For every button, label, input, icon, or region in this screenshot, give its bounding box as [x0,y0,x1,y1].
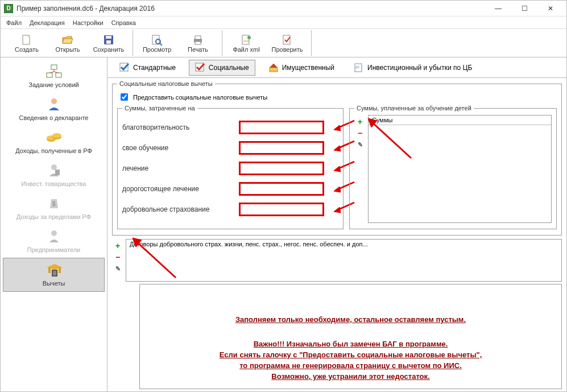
create-button[interactable]: Создать [6,30,47,56]
close-button[interactable]: ✕ [538,3,563,14]
svg-point-26 [51,164,57,170]
svg-text:20: 20 [355,65,359,69]
print-button[interactable]: Печать [177,30,218,56]
menu-file[interactable]: Файл [6,19,22,26]
window-title: Пример заполнения.dc6 - Декларация 2016 [16,5,486,13]
voluntary-insurance-label: добровольное страхование [122,205,239,213]
svg-rect-15 [51,65,57,69]
sidebar-income-rf[interactable]: Доходы, полученные в РФ [1,126,107,159]
remove-contract-button[interactable]: − [113,253,122,262]
add-child-sum-button[interactable]: + [355,117,365,126]
sidebar-invest[interactable]: Инвест. товарищества [1,159,107,192]
check-button[interactable]: Проверить [267,30,308,56]
sidebar-declarant[interactable]: Сведения о декларанте [1,93,107,126]
voluntary-insurance-input[interactable] [239,203,324,216]
invest-icon [45,162,63,178]
expensive-treatment-input[interactable] [239,182,324,196]
body-area: Задание условий Сведения о декларанте До… [1,57,566,391]
tab-investment[interactable]: 20 Инвестиционный и убытки по ЦБ [347,60,478,76]
coins-icon [45,129,63,145]
svg-marker-45 [334,187,341,192]
contracts-section: + − ✎ Договоры добровольного страх. жизн… [112,239,562,389]
magnifier-doc-icon [150,34,164,46]
social-deductions-group: Социальные налоговые вычеты Предоставить… [112,80,562,236]
edit-child-sum-button[interactable]: ✎ [355,140,365,149]
titlebar: D Пример заполнения.dc6 - Декларация 201… [1,1,566,16]
svg-rect-32 [48,267,51,273]
note-line-5: Возможно, уже устранили этот недостаток. [157,372,544,381]
menubar: Файл Декларация Настройки Справка [1,16,566,29]
treatment-input[interactable] [239,162,324,175]
add-contract-button[interactable]: + [113,241,122,250]
main-area: Стандартные Социальные Имущественный [107,57,566,391]
svg-point-29 [51,230,57,236]
person-icon [45,96,63,112]
menu-declaration[interactable]: Декларация [30,19,65,26]
conditions-icon [45,63,63,79]
svg-rect-1 [28,35,30,38]
tab-property[interactable]: Имущественный [262,60,341,76]
remove-child-sum-button[interactable]: − [355,129,365,138]
note-area: Заполняем только необходиме, остальное о… [139,284,562,389]
svg-marker-43 [334,166,341,172]
provide-social-checkbox[interactable] [121,93,128,101]
sidebar-entrepreneurs[interactable]: Предприниматели [1,225,107,258]
tab-standard[interactable]: Стандартные [113,60,182,76]
sidebar: Задание условий Сведения о декларанте До… [1,57,107,391]
svg-marker-39 [334,125,341,131]
svg-rect-14 [283,35,290,44]
edit-contract-button[interactable]: ✎ [113,264,122,273]
checkbox-blue-icon [119,63,130,73]
preview-button[interactable]: Просмотр [136,30,177,56]
spent-on-group: Суммы, затраченные на благотворительност… [117,105,343,229]
app-window: D Пример заполнения.dc6 - Декларация 201… [0,0,567,392]
sidebar-conditions[interactable]: Задание условий [1,60,107,93]
own-education-input[interactable] [239,141,324,155]
contracts-list-header[interactable]: Договоры добровольного страх. жизни, пен… [126,239,562,282]
new-file-icon [20,34,34,46]
svg-point-13 [247,36,251,39]
tab-social[interactable]: Социальные [189,60,255,76]
svg-rect-27 [55,170,60,175]
toolbar: Создать Открыть Сохранить Просмотр [1,29,566,57]
content-area: Социальные налоговые вычеты Предоставить… [107,78,566,391]
spent-on-legend: Суммы, затраченные на [122,105,197,112]
svg-rect-16 [47,73,52,77]
xml-file-icon: xml [239,34,253,46]
sidebar-deductions[interactable]: Вычеты [3,258,105,292]
doc-small-icon: 20 [354,63,364,73]
svg-rect-10 [195,42,201,44]
open-button[interactable]: Открыть [47,30,88,56]
tabbar: Стандартные Социальные Имущественный [107,57,566,78]
house-icon [268,63,279,73]
menu-settings[interactable]: Настройки [73,19,104,26]
deductions-icon [45,262,63,278]
svg-line-50 [135,240,176,278]
printer-icon [191,34,205,46]
svg-text:$: $ [52,201,56,207]
note-line-3: Если снять галочку с "Предоставить социа… [157,350,544,359]
svg-marker-47 [334,207,341,213]
social-group-legend: Социальные налоговые вычеты [117,80,215,87]
entrepreneur-icon [45,228,63,244]
money-bag-icon: $ [45,195,63,211]
svg-point-25 [52,133,61,138]
filexml-button[interactable]: xml Файл xml [226,30,267,56]
save-button[interactable]: Сохранить [88,30,129,56]
svg-line-7 [160,43,162,46]
menu-help[interactable]: Справка [111,19,136,26]
minimize-button[interactable]: — [486,3,511,14]
open-folder-icon [61,34,75,46]
charity-label: благотворительность [122,123,239,131]
svg-text:xml: xml [243,39,249,43]
charity-input[interactable] [239,121,324,134]
maximize-button[interactable]: ☐ [512,3,537,14]
svg-marker-41 [334,146,341,151]
children-toolbar: + − ✎ [354,115,366,223]
treatment-label: лечение [122,164,239,172]
own-education-label: свое обучение [122,144,239,152]
note-line-1: Заполняем только необходиме, остальное о… [157,315,544,324]
arrow-icon [131,237,183,282]
sidebar-income-foreign[interactable]: $ Доходы за пределами РФ [1,192,107,225]
contracts-toolbar: + − ✎ [112,239,123,273]
